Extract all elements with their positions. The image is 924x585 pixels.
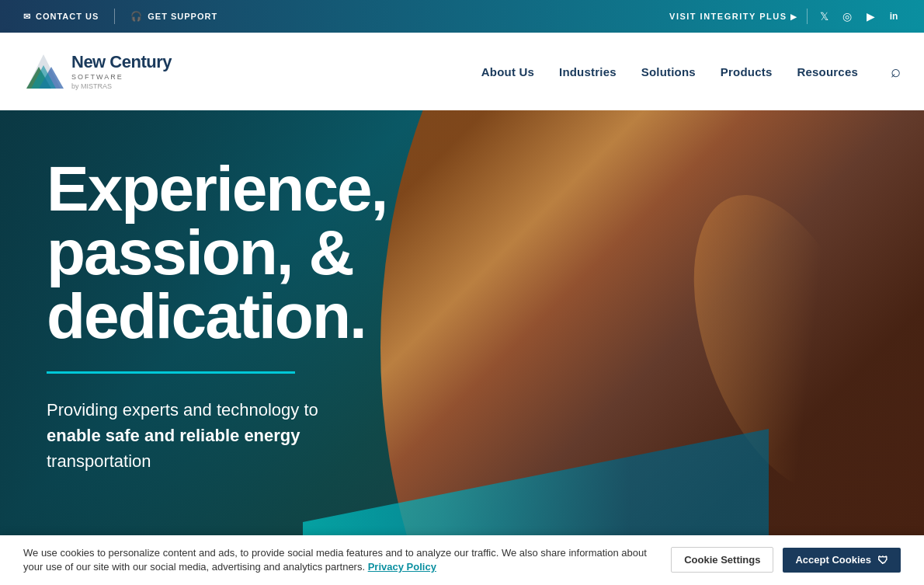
nav-resources[interactable]: Resources (797, 65, 858, 78)
cookie-bar: We use cookies to personalize content an… (0, 535, 924, 584)
accept-cookies-button[interactable]: Accept Cookies 🛡 (783, 548, 901, 573)
nav-industries[interactable]: Industries (559, 65, 617, 78)
subtitle-pre: enable safe and (47, 426, 175, 445)
headset-icon (130, 11, 143, 22)
logo-sub: SOFTWARE (71, 73, 172, 81)
hero-subtitle-line1: Providing experts and technology to (47, 397, 497, 423)
logo-by: by MISTRAS (71, 82, 172, 90)
youtube-icon[interactable]: ▶ (863, 10, 877, 23)
cookie-message: We use cookies to personalize content an… (23, 547, 647, 573)
arrow-icon (790, 12, 798, 21)
search-button[interactable]: ⌕ (891, 61, 901, 82)
divider (114, 9, 115, 24)
contact-us-link[interactable]: CONTACT US (23, 12, 99, 22)
envelope-icon (23, 12, 31, 22)
divider-2 (807, 9, 808, 24)
nav-links: About Us Industries Solutions Products R… (481, 61, 901, 82)
hero-title: Experience, passion, & dedication. (47, 157, 497, 348)
subtitle-post: energy (244, 426, 300, 445)
logo-text: New Century SOFTWARE by MISTRAS (71, 53, 172, 89)
cookie-settings-button[interactable]: Cookie Settings (671, 547, 773, 573)
hero-content: Experience, passion, & dedication. Provi… (0, 110, 544, 474)
hero-divider (47, 371, 295, 374)
logo-main: New Century (71, 53, 172, 71)
accept-label: Accept Cookies (795, 554, 871, 566)
top-bar-left: CONTACT US GET SUPPORT (23, 9, 217, 24)
instagram-icon[interactable]: ◎ (840, 10, 854, 23)
hero-subtitle-line2: enable safe and reliable energy (47, 423, 497, 448)
nav-bar: New Century SOFTWARE by MISTRAS About Us… (0, 33, 924, 110)
hero-subtitle: Providing experts and technology to enab… (47, 397, 497, 474)
hero-subtitle-line3: transportation (47, 448, 497, 474)
nav-solutions[interactable]: Solutions (641, 65, 696, 78)
nav-products[interactable]: Products (721, 65, 773, 78)
privacy-policy-link[interactable]: Privacy Policy (368, 561, 436, 573)
contact-label: CONTACT US (36, 12, 99, 21)
top-bar-right: VISIT INTEGRITY PLUS 𝕏 ◎ ▶ in (669, 9, 901, 24)
visit-label: VISIT INTEGRITY PLUS (669, 12, 787, 21)
subtitle-em1: reliable (179, 426, 239, 445)
hero-title-line2: passion, & (47, 221, 497, 284)
top-bar: CONTACT US GET SUPPORT VISIT INTEGRITY P… (0, 0, 924, 33)
logo[interactable]: New Century SOFTWARE by MISTRAS (23, 51, 172, 92)
linkedin-icon[interactable]: in (887, 11, 901, 22)
logo-icon (23, 51, 64, 92)
twitter-icon[interactable]: 𝕏 (817, 10, 831, 23)
cookie-text: We use cookies to personalize content an… (23, 546, 655, 574)
hero-title-line1: Experience, (47, 157, 497, 221)
nav-about[interactable]: About Us (481, 65, 534, 78)
visit-integrity-link[interactable]: VISIT INTEGRITY PLUS (669, 12, 797, 21)
cookie-actions: Cookie Settings Accept Cookies 🛡 (671, 547, 901, 573)
get-support-link[interactable]: GET SUPPORT (130, 11, 217, 22)
hero-section: Experience, passion, & dedication. Provi… (0, 110, 924, 584)
support-label: GET SUPPORT (148, 12, 217, 21)
hero-title-line3: dedication. (47, 284, 497, 348)
shield-icon: 🛡 (877, 554, 888, 566)
